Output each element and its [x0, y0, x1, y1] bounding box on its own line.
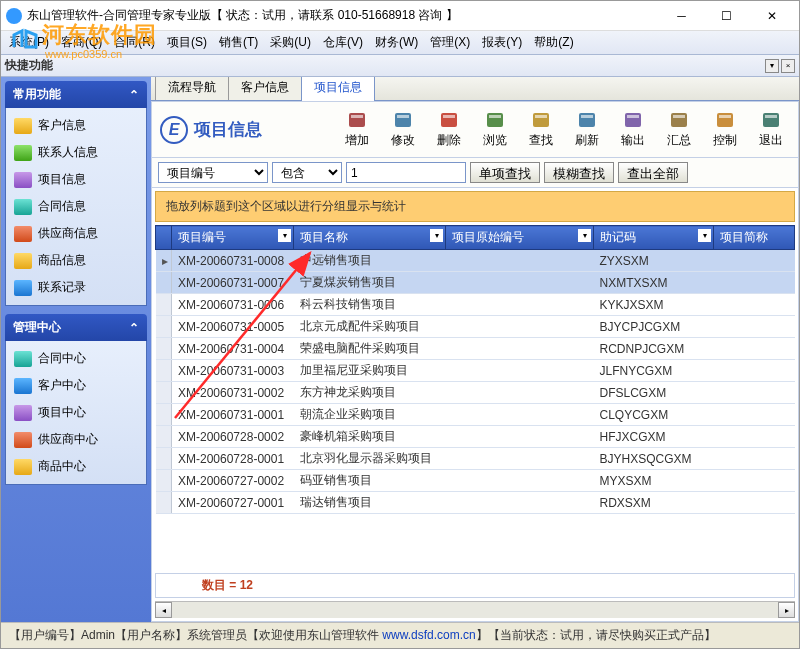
table-row[interactable]: XM-20060731-0002东方神龙采购项目DFSLCGXM [156, 382, 795, 404]
toolbar-delete-button[interactable]: 删除 [430, 108, 468, 151]
toolbar-label: 退出 [759, 132, 783, 149]
project-table: 项目编号▾ 项目名称▾ 项目原始编号▾ 助记码▾ 项目简称 ▸XM-200607… [155, 225, 795, 514]
close-button[interactable]: ✕ [749, 2, 794, 30]
cell-project-id: XM-20060731-0003 [172, 360, 294, 382]
sidebar-item-label: 合同信息 [38, 198, 86, 215]
table-row[interactable]: XM-20060727-0002码亚销售项目MYXSXM [156, 470, 795, 492]
toolbar-add-button[interactable]: 增加 [338, 108, 376, 151]
menu-purchase[interactable]: 采购(U) [266, 32, 315, 53]
filter-op-select[interactable]: 包含 [272, 162, 342, 183]
table-row[interactable]: XM-20060731-0007宁夏煤炭销售项目NXMTXSXM [156, 272, 795, 294]
window-title: 东山管理软件-合同管理专家专业版【 状态：试用，请联系 010-51668918… [27, 7, 659, 24]
dropdown-icon[interactable]: ▾ [698, 229, 711, 242]
cell-orig-id [446, 404, 594, 426]
sidebar-item[interactable]: 联系记录 [10, 274, 142, 301]
content-topbar: E 项目信息 增加修改删除浏览查找刷新输出汇总控制退出 [152, 102, 798, 158]
menu-report[interactable]: 报表(Y) [478, 32, 526, 53]
dropdown-icon[interactable]: ▾ [430, 229, 443, 242]
cell-project-id: XM-20060731-0001 [172, 404, 294, 426]
sidebar-header-common[interactable]: 常用功能 ⌃ [5, 81, 147, 108]
svg-rect-13 [627, 115, 639, 118]
quickbar-close-icon[interactable]: × [781, 59, 795, 73]
col-project-name[interactable]: 项目名称▾ [294, 226, 446, 250]
sidebar-item-icon [14, 253, 32, 269]
menu-project[interactable]: 项目(S) [163, 32, 211, 53]
cell-project-id: XM-20060731-0005 [172, 316, 294, 338]
filter-field-select[interactable]: 项目编号 [158, 162, 268, 183]
cell-mnemonic: CLQYCGXM [594, 404, 714, 426]
table-row[interactable]: XM-20060731-0003加里福尼亚采购项目JLFNYCGXM [156, 360, 795, 382]
col-orig-id[interactable]: 项目原始编号▾ [446, 226, 594, 250]
toolbar-find-button[interactable]: 查找 [522, 108, 560, 151]
svg-rect-7 [489, 115, 501, 118]
toolbar-export-button[interactable]: 输出 [614, 108, 652, 151]
table-row[interactable]: XM-20060728-0001北京羽化显示器采购项目BJYHXSQCGXM [156, 448, 795, 470]
table-row[interactable]: ▸XM-20060731-0008中远销售项目ZYXSXM [156, 250, 795, 272]
sidebar-item[interactable]: 商品中心 [10, 453, 142, 480]
filter-value-input[interactable] [346, 162, 466, 183]
col-mnemonic[interactable]: 助记码▾ [594, 226, 714, 250]
minimize-button[interactable]: ─ [659, 2, 704, 30]
toolbar-browse-button[interactable]: 浏览 [476, 108, 514, 151]
tab-flow-nav[interactable]: 流程导航 [155, 77, 229, 100]
group-drop-bar[interactable]: 拖放列标题到这个区域以进行分组显示与统计 [155, 191, 795, 222]
cell-project-id: XM-20060727-0002 [172, 470, 294, 492]
sidebar-item[interactable]: 项目中心 [10, 399, 142, 426]
maximize-button[interactable]: ☐ [704, 2, 749, 30]
scroll-left-icon[interactable]: ◂ [155, 602, 172, 618]
svg-rect-9 [535, 115, 547, 118]
sidebar-item[interactable]: 客户中心 [10, 372, 142, 399]
h-scrollbar[interactable]: ◂ ▸ [155, 601, 795, 618]
toolbar-edit-button[interactable]: 修改 [384, 108, 422, 151]
sidebar-item[interactable]: 商品信息 [10, 247, 142, 274]
scroll-right-icon[interactable]: ▸ [778, 602, 795, 618]
menu-manage[interactable]: 管理(X) [426, 32, 474, 53]
table-row[interactable]: XM-20060728-0002豪峰机箱采购项目HFJXCGXM [156, 426, 795, 448]
menu-finance[interactable]: 财务(W) [371, 32, 422, 53]
menu-customer[interactable]: 客商(Q) [57, 32, 106, 53]
filter-all-button[interactable]: 查出全部 [618, 162, 688, 183]
table-wrap[interactable]: 项目编号▾ 项目名称▾ 项目原始编号▾ 助记码▾ 项目简称 ▸XM-200607… [155, 225, 795, 571]
table-row[interactable]: XM-20060731-0005北京元成配件采购项目BJYCPJCGXM [156, 316, 795, 338]
sidebar-header-manage[interactable]: 管理中心 ⌃ [5, 314, 147, 341]
filter-single-button[interactable]: 单项查找 [470, 162, 540, 183]
table-row[interactable]: XM-20060731-0004荣盛电脑配件采购项目RCDNPJCGXM [156, 338, 795, 360]
sidebar-item[interactable]: 客户信息 [10, 112, 142, 139]
sidebar-item[interactable]: 联系人信息 [10, 139, 142, 166]
svg-rect-11 [581, 115, 593, 118]
toolbar-refresh-button[interactable]: 刷新 [568, 108, 606, 151]
tab-customer-info[interactable]: 客户信息 [228, 77, 302, 100]
cell-project-id: XM-20060731-0006 [172, 294, 294, 316]
dropdown-icon[interactable]: ▾ [578, 229, 591, 242]
cell-project-name: 东方神龙采购项目 [294, 382, 446, 404]
filter-fuzzy-button[interactable]: 模糊查找 [544, 162, 614, 183]
sidebar-item-label: 供应商信息 [38, 225, 98, 242]
table-row[interactable]: XM-20060731-0001朝流企业采购项目CLQYCGXM [156, 404, 795, 426]
cell-short [714, 492, 795, 514]
toolbar-label: 控制 [713, 132, 737, 149]
quickbar-dropdown-icon[interactable]: ▾ [765, 59, 779, 73]
sidebar-item[interactable]: 供应商中心 [10, 426, 142, 453]
menu-sales[interactable]: 销售(T) [215, 32, 262, 53]
dropdown-icon[interactable]: ▾ [278, 229, 291, 242]
tab-project-info[interactable]: 项目信息 [301, 77, 375, 101]
sidebar-item[interactable]: 合同中心 [10, 345, 142, 372]
col-project-id[interactable]: 项目编号▾ [172, 226, 294, 250]
menu-warehouse[interactable]: 仓库(V) [319, 32, 367, 53]
menu-help[interactable]: 帮助(Z) [530, 32, 577, 53]
toolbar-summary-button[interactable]: 汇总 [660, 108, 698, 151]
chevron-up-icon: ⌃ [129, 88, 139, 102]
cell-project-id: XM-20060727-0001 [172, 492, 294, 514]
toolbar-exit-button[interactable]: 退出 [752, 108, 790, 151]
table-row[interactable]: XM-20060731-0006科云科技销售项目KYKJXSXM [156, 294, 795, 316]
menu-contract[interactable]: 合同(R) [110, 32, 159, 53]
sidebar-item[interactable]: 项目信息 [10, 166, 142, 193]
sidebar-item-icon [14, 199, 32, 215]
table-row[interactable]: XM-20060727-0001瑞达销售项目RDXSXM [156, 492, 795, 514]
col-short-name[interactable]: 项目简称 [714, 226, 795, 250]
toolbar-control-button[interactable]: 控制 [706, 108, 744, 151]
cell-orig-id [446, 492, 594, 514]
menu-system[interactable]: 系统(P) [5, 32, 53, 53]
sidebar-item[interactable]: 供应商信息 [10, 220, 142, 247]
sidebar-item[interactable]: 合同信息 [10, 193, 142, 220]
